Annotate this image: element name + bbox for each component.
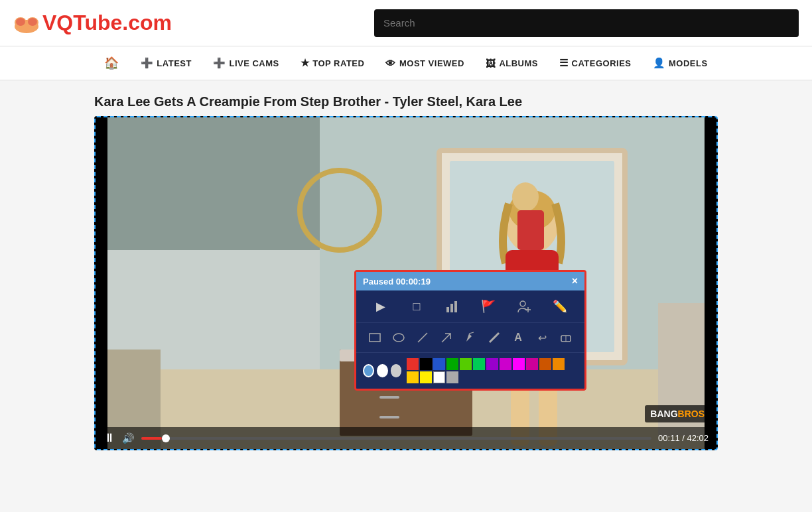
svg-rect-31 <box>450 304 453 312</box>
svg-point-4 <box>28 18 37 26</box>
swatch-red[interactable] <box>407 358 419 370</box>
color-gray[interactable] <box>391 364 402 377</box>
annotation-close-button[interactable]: × <box>572 275 578 287</box>
annotation-popup: Paused 00:00:19 × ▶ □ 🚩 <box>354 270 586 391</box>
nav-models[interactable]: 👤 MODELS <box>642 46 718 80</box>
swatch-white2[interactable] <box>433 371 445 383</box>
nav-home[interactable]: 🏠 <box>94 46 130 80</box>
color-swatches <box>407 358 578 383</box>
tool-edit[interactable]: ✏️ <box>549 296 571 317</box>
nav-categories[interactable]: ☰ CATEGORIES <box>549 46 642 80</box>
draw-eraser[interactable] <box>555 327 576 348</box>
models-icon: 👤 <box>653 57 666 69</box>
site-header: VQTube.com <box>0 0 812 46</box>
top-rated-icon: ★ <box>301 57 310 69</box>
svg-line-38 <box>418 333 427 342</box>
draw-rect[interactable] <box>364 327 385 348</box>
swatch-rose[interactable] <box>526 358 538 370</box>
nav-live-cams[interactable]: ➕ LIVE CAMS <box>202 46 290 80</box>
annotation-draw-row: A ↩ <box>356 323 584 353</box>
logo-icon <box>13 13 40 33</box>
draw-pen[interactable] <box>460 327 481 348</box>
progress-fill <box>141 437 162 440</box>
nav-models-label: MODELS <box>669 58 708 68</box>
eraser-icon <box>559 331 573 344</box>
ellipse-icon <box>392 331 405 344</box>
nav-live-cams-label: LIVE CAMS <box>229 58 279 68</box>
swatch-lime[interactable] <box>460 358 472 370</box>
svg-rect-6 <box>107 117 320 250</box>
progress-dot[interactable] <box>162 434 170 442</box>
nav-albums[interactable]: 🖼 ALBUMS <box>475 46 549 80</box>
tool-play[interactable]: ▶ <box>370 296 391 317</box>
annotation-header: Paused 00:00:19 × <box>356 272 584 290</box>
color-blue[interactable] <box>363 364 374 377</box>
video-container[interactable]: Paused 00:00:19 × ▶ □ 🚩 <box>94 116 718 450</box>
categories-icon: ☰ <box>559 57 569 69</box>
svg-rect-32 <box>454 301 457 312</box>
draw-text[interactable]: A <box>508 327 529 348</box>
draw-line[interactable] <box>412 327 433 348</box>
nav-categories-label: CATEGORIES <box>572 58 632 68</box>
swatch-blue[interactable] <box>433 358 445 370</box>
chart-icon <box>445 299 460 314</box>
most-viewed-icon: 👁 <box>385 58 396 69</box>
swatch-green[interactable] <box>446 358 458 370</box>
volume-button[interactable]: 🔊 <box>122 432 135 444</box>
latest-icon: ➕ <box>141 57 154 69</box>
nav-albums-label: ALBUMS <box>499 58 538 68</box>
annotation-title: Paused 00:00:19 <box>363 277 431 287</box>
swatch-purple[interactable] <box>486 358 498 370</box>
swatch-orange[interactable] <box>539 358 551 370</box>
nav-top-rated-label: TOP RATED <box>312 58 364 68</box>
watermark: BANGBROS <box>645 405 710 422</box>
logo-link[interactable]: VQTube.com <box>13 11 172 35</box>
swatch-black[interactable] <box>420 358 432 370</box>
nav-most-viewed[interactable]: 👁 MOST VIEWED <box>375 46 474 80</box>
rect-icon <box>368 331 381 344</box>
svg-line-40 <box>469 332 474 334</box>
user-add-icon <box>517 299 531 314</box>
video-title: Kara Lee Gets A Creampie From Step Broth… <box>94 94 718 109</box>
nav-most-viewed-label: MOST VIEWED <box>399 58 464 68</box>
draw-highlight[interactable] <box>484 327 505 348</box>
draw-undo[interactable]: ↩ <box>531 327 553 348</box>
tool-user-add[interactable] <box>513 296 535 317</box>
highlight-icon <box>488 331 501 344</box>
search-input[interactable] <box>383 17 789 29</box>
line-icon <box>416 331 429 344</box>
video-controls: ⏸ 🔊 00:11 / 42:02 <box>96 427 716 449</box>
nav-top-rated[interactable]: ★ TOP RATED <box>290 46 375 80</box>
search-bar[interactable] <box>374 9 799 37</box>
time-display: 00:11 / 42:02 <box>658 433 709 443</box>
nav-latest-label: LATEST <box>157 58 192 68</box>
main-content: Kara Lee Gets A Creampie From Step Broth… <box>88 94 724 450</box>
logo-text: VQTube.com <box>42 11 172 35</box>
svg-point-24 <box>512 182 539 212</box>
tool-chart[interactable] <box>442 296 463 317</box>
live-cams-icon: ➕ <box>213 57 226 69</box>
swatch-teal[interactable] <box>473 358 485 370</box>
draw-arrow[interactable] <box>436 327 457 348</box>
swatch-amber[interactable] <box>553 358 565 370</box>
svg-rect-16 <box>379 396 399 399</box>
swatch-yellow[interactable] <box>407 371 419 383</box>
tool-flag[interactable]: 🚩 <box>478 296 499 317</box>
progress-bar[interactable] <box>141 437 651 440</box>
pen-icon <box>464 331 477 344</box>
svg-point-33 <box>520 301 525 306</box>
color-white[interactable] <box>377 364 388 377</box>
play-pause-button[interactable]: ⏸ <box>103 431 115 445</box>
main-nav: 🏠 ➕ LATEST ➕ LIVE CAMS ★ TOP RATED 👁 MOS… <box>0 46 812 81</box>
swatch-magenta[interactable] <box>500 358 511 370</box>
arrow-icon <box>440 331 453 344</box>
swatch-light-yellow[interactable] <box>420 371 432 383</box>
svg-line-39 <box>442 334 450 342</box>
svg-point-37 <box>393 334 404 342</box>
nav-latest[interactable]: ➕ LATEST <box>130 46 202 80</box>
draw-ellipse[interactable] <box>388 327 409 348</box>
annotation-colors-row <box>356 353 584 389</box>
swatch-silver[interactable] <box>446 371 458 383</box>
swatch-pink[interactable] <box>513 358 525 370</box>
tool-stop[interactable]: □ <box>406 296 427 317</box>
